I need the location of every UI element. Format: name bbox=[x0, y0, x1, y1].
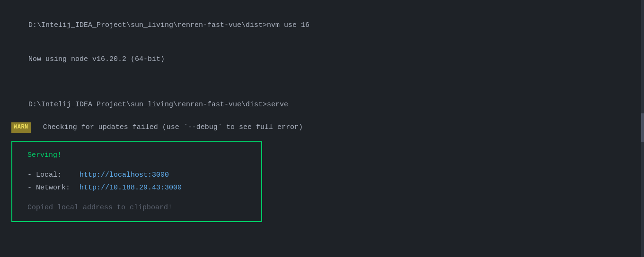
scrollbar[interactable] bbox=[641, 0, 644, 257]
serving-label: Serving! bbox=[27, 151, 246, 159]
copied-text: Copied local address to clipboard! bbox=[27, 204, 246, 212]
warn-badge: WARN bbox=[11, 122, 31, 132]
blank-line-1 bbox=[11, 77, 633, 88]
network-label: - Network: bbox=[27, 181, 79, 194]
prompt-line-1: D:\Intelij_IDEA_Project\sun_living\renre… bbox=[11, 9, 633, 43]
output-text-1: Now using node v16.20.2 (64-bit) bbox=[28, 55, 165, 63]
warn-text: Checking for updates failed (use `--debu… bbox=[35, 122, 303, 133]
local-link[interactable]: http://localhost:3000 bbox=[79, 169, 169, 181]
terminal-window: D:\Intelij_IDEA_Project\sun_living\renre… bbox=[0, 0, 644, 257]
prompt-text-2: D:\Intelij_IDEA_Project\sun_living\renre… bbox=[28, 101, 288, 109]
network-row: - Network: http://10.188.29.43:3000 bbox=[27, 181, 246, 194]
local-label: - Local: bbox=[27, 169, 79, 181]
prompt-text-1: D:\Intelij_IDEA_Project\sun_living\renre… bbox=[28, 21, 309, 29]
prompt-line-2: D:\Intelij_IDEA_Project\sun_living\renre… bbox=[11, 88, 633, 122]
scrollbar-thumb[interactable] bbox=[641, 113, 644, 142]
warn-line: WARN Checking for updates failed (use `-… bbox=[11, 122, 633, 133]
serve-box: Serving! - Local: http://localhost:3000 … bbox=[11, 141, 262, 222]
output-line-1: Now using node v16.20.2 (64-bit) bbox=[11, 43, 633, 77]
local-row: - Local: http://localhost:3000 bbox=[27, 169, 246, 181]
network-link[interactable]: http://10.188.29.43:3000 bbox=[79, 181, 182, 194]
